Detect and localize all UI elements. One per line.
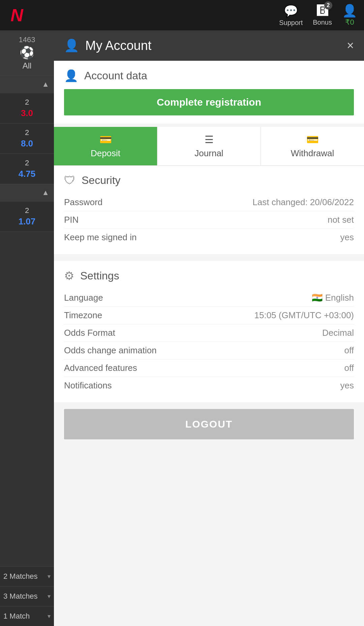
sidebar-3matches-label: 3 Matches [3, 592, 38, 601]
security-row-password[interactable]: Password Last changed: 20/06/2022 [64, 194, 354, 211]
match-item-2[interactable]: 2 8.0 [0, 124, 54, 154]
logo-n: N [10, 6, 23, 24]
tab-withdrawal[interactable]: 💳 Withdrawal [261, 127, 364, 165]
settings-row-language[interactable]: Language 🇮🇳 English [64, 289, 354, 306]
account-data-icon: 👤 [64, 69, 78, 82]
account-data-header: 👤 Account data [64, 69, 354, 82]
panel-header-left: 👤 My Account [64, 38, 151, 53]
chevron-2matches: ▾ [48, 573, 51, 580]
account-button[interactable]: 👤 ₹0 [342, 4, 357, 27]
pin-label: PIN [64, 215, 79, 225]
sidebar: 1463 ⚽ All ▲ 2 3.0 2 8.0 2 4.75 [0, 30, 54, 626]
match-item-4[interactable]: 2 1.07 [0, 201, 54, 232]
sidebar-bottom: 2 Matches ▾ 3 Matches ▾ 1 Match ▾ [0, 566, 54, 626]
journal-icon: ☰ [205, 134, 214, 145]
settings-row-notifications[interactable]: Notifications yes [64, 377, 354, 394]
logout-button[interactable]: LOGOUT [64, 409, 354, 439]
tab-journal[interactable]: ☰ Journal [157, 127, 261, 165]
logo[interactable]: N [7, 5, 27, 25]
keep-signed-label: Keep me signed in [64, 232, 136, 243]
security-row-keep-signed[interactable]: Keep me signed in yes [64, 229, 354, 246]
settings-row-advanced[interactable]: Advanced features off [64, 359, 354, 377]
odds-format-label: Odds Format [64, 328, 115, 338]
password-value: Last changed: 20/06/2022 [252, 197, 354, 208]
sidebar-item-2matches[interactable]: 2 Matches ▾ [0, 566, 54, 586]
match-group-2: 2 8.0 [0, 124, 54, 154]
match-group-header-4[interactable]: ▲ [0, 184, 54, 201]
collapse-icon-1: ▲ [42, 80, 49, 89]
odds-animation-value: off [344, 345, 354, 356]
account-data-section: 👤 Account data Complete registration [54, 61, 364, 124]
security-header: 🛡 Security [64, 174, 354, 187]
settings-row-odds-format[interactable]: Odds Format Decimal [64, 324, 354, 342]
sidebar-all-icon: ⚽ [3, 46, 51, 60]
timezone-label: Timezone [64, 310, 102, 321]
sidebar-item-3matches[interactable]: 3 Matches ▾ [0, 586, 54, 606]
advanced-features-label: Advanced features [64, 363, 137, 373]
flag-icon: 🇮🇳 [312, 293, 323, 303]
complete-registration-button[interactable]: Complete registration [64, 89, 354, 115]
panel-header: 👤 My Account × [54, 30, 364, 61]
section-divider [54, 254, 364, 257]
match-num-1: 2 [3, 98, 51, 107]
security-title: Security [82, 174, 121, 187]
sidebar-all-label: All [3, 61, 51, 71]
security-section: 🛡 Security Password Last changed: 20/06/… [54, 166, 364, 254]
notifications-label: Notifications [64, 380, 112, 391]
timezone-value: 15:05 (GMT/UTC +03:00) [254, 310, 354, 321]
notifications-value: yes [340, 380, 354, 391]
bonus-icon-wrap: 🅱 2 [317, 4, 328, 17]
match-num-3: 2 [3, 159, 51, 167]
tab-deposit[interactable]: 💳 Deposit [54, 127, 157, 165]
settings-row-timezone[interactable]: Timezone 15:05 (GMT/UTC +03:00) [64, 307, 354, 324]
language-value: 🇮🇳 English [312, 293, 354, 303]
match-odds-3: 4.75 [3, 169, 51, 179]
match-group-1: ▲ 2 3.0 [0, 76, 54, 124]
match-num-2: 2 [3, 128, 51, 137]
match-group-3: 2 4.75 [0, 154, 54, 184]
advanced-features-value: off [344, 363, 354, 373]
language-label: Language [64, 293, 103, 303]
match-item-1[interactable]: 2 3.0 [0, 93, 54, 123]
settings-row-odds-animation[interactable]: Odds change animation off [64, 342, 354, 359]
match-item-3[interactable]: 2 4.75 [0, 154, 54, 184]
match-group-4: ▲ 2 1.07 [0, 184, 54, 232]
panel-title: My Account [85, 38, 151, 53]
main-layout: 1463 ⚽ All ▲ 2 3.0 2 8.0 2 4.75 [0, 30, 364, 626]
settings-section: ⚙ Settings Language 🇮🇳 English Timezone … [54, 261, 364, 402]
support-icon-wrap: 💬 [284, 4, 298, 18]
odds-format-value: Decimal [322, 328, 354, 338]
account-balance: ₹0 [345, 18, 354, 27]
match-odds-4: 1.07 [3, 216, 51, 227]
content-panel: 👤 My Account × 👤 Account data Complete r… [54, 30, 364, 626]
chevron-1match: ▾ [48, 613, 51, 620]
top-bar: N 💬 Support 🅱 2 Bonus 👤 ₹0 [0, 0, 364, 30]
support-label: Support [279, 19, 303, 27]
pin-value: not set [328, 215, 354, 225]
withdrawal-icon: 💳 [306, 134, 319, 145]
withdrawal-label: Withdrawal [291, 148, 334, 159]
support-icon: 💬 [284, 4, 298, 17]
chevron-3matches: ▾ [48, 593, 51, 600]
match-odds-1: 3.0 [3, 108, 51, 118]
settings-gear-icon: ⚙ [64, 269, 74, 282]
support-button[interactable]: 💬 Support [279, 4, 303, 27]
match-odds-2: 8.0 [3, 138, 51, 149]
language-text: English [325, 293, 354, 303]
keep-signed-value: yes [340, 232, 354, 243]
account-icon: 👤 [342, 4, 357, 18]
match-group-header-1[interactable]: ▲ [0, 76, 54, 93]
match-num-4: 2 [3, 206, 51, 215]
sidebar-all-section: 1463 ⚽ All [0, 30, 54, 76]
account-data-title: Account data [84, 70, 147, 82]
deposit-icon: 💳 [99, 134, 112, 145]
bonus-button[interactable]: 🅱 2 Bonus [313, 4, 332, 26]
close-button[interactable]: × [347, 39, 354, 52]
deposit-label: Deposit [91, 148, 120, 159]
sidebar-item-1match[interactable]: 1 Match ▾ [0, 606, 54, 626]
security-row-pin[interactable]: PIN not set [64, 211, 354, 228]
sidebar-1match-label: 1 Match [3, 612, 30, 621]
settings-title: Settings [80, 270, 119, 282]
sidebar-count: 1463 [3, 35, 51, 44]
collapse-icon-4: ▲ [42, 188, 49, 197]
